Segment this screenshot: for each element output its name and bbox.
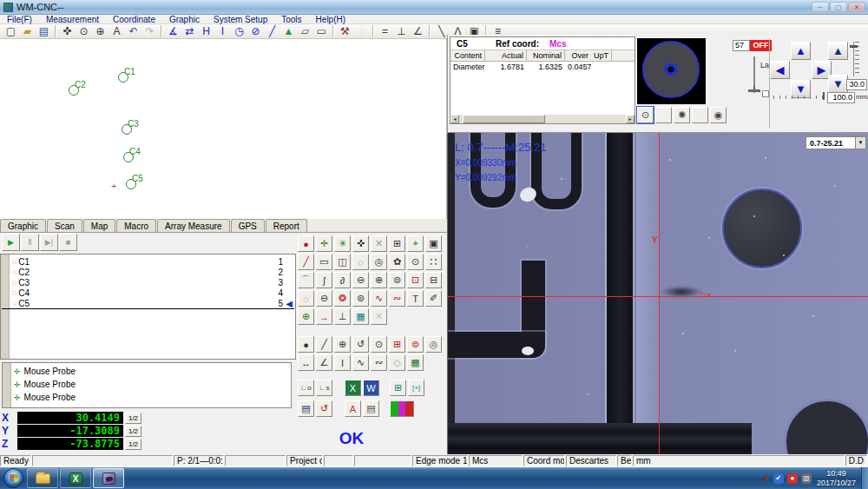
table-scrollbar[interactable]: ◂ ▸ [450,115,635,123]
blank-light-button[interactable] [655,107,672,123]
slot-icon[interactable]: ⊖ [316,290,332,307]
loop-icon[interactable]: ↺ [316,400,332,417]
jog-left-button[interactable]: ◀ [770,61,790,79]
calculator-green-icon[interactable]: ▦ [407,354,424,371]
save-icon[interactable]: ▤ [36,24,52,38]
menu-item[interactable]: System Setup [207,15,274,24]
line-tool-icon[interactable]: ╱ [298,254,314,270]
ellipse-eye-icon[interactable]: ⊙ [371,336,387,353]
menu-item[interactable]: Help(H) [309,15,352,24]
taskbar-clock[interactable]: 10:49 2017/10/27 [817,469,856,488]
tab[interactable]: Scan [47,219,82,232]
move-icon[interactable]: ✜ [59,24,76,38]
graphic-feature-point[interactable]: C5 [126,179,136,189]
jump-start-icon[interactable]: ∟s [316,380,332,396]
xy-speed-slider[interactable] [773,96,827,99]
rect-pins2-icon[interactable]: ⊞ [389,336,405,353]
xy-speed-slider-handle[interactable] [823,92,825,100]
table-row[interactable]: Diameter1.67811.63250.0457 [450,62,635,72]
column-header[interactable]: Over [565,50,591,61]
scroll-thumb[interactable] [463,115,545,123]
wave-icon[interactable]: ∿ [371,290,387,307]
list-item[interactable]: ◌ C4 4 [1,287,295,298]
trilobe-icon[interactable]: ✿ [389,254,405,270]
list-item[interactable]: ◌ C3 3 [1,277,295,287]
laser-checkbox[interactable] [762,90,769,97]
dot-grid-icon[interactable]: ∷ [425,254,442,270]
width-measure-icon[interactable]: H [198,24,214,38]
tab[interactable]: GPS [231,219,265,232]
separator[interactable] [429,25,431,37]
ring-icon[interactable]: ⊚ [352,290,369,307]
label-a-icon[interactable]: A [108,24,125,38]
calculator-icon[interactable]: ▦ [352,308,369,325]
star-probe-icon[interactable]: ✳ [334,235,351,252]
pick-probe-icon[interactable]: ✜ [352,235,369,252]
ellipse-width-icon[interactable]: ⊖ [352,272,369,288]
graphic-feature-point[interactable]: C4 [123,152,134,162]
list-item[interactable]: ◌ C5 5 [1,298,295,308]
column-header[interactable]: UpT [591,50,612,61]
height-t-icon[interactable]: T [407,290,424,307]
blob-icon[interactable]: ∾ [389,290,405,307]
show-desktop-button[interactable] [861,467,868,489]
column-header[interactable]: Content [450,50,485,61]
ellipse-pins-icon[interactable]: ⊜ [407,336,424,353]
taskbar-excel-button[interactable]: X [60,468,91,488]
tab[interactable]: Graphic [0,219,46,232]
column-header[interactable]: Actual [485,50,527,61]
list-item[interactable]: ◌ C1 1 [1,256,295,267]
blob2-icon[interactable]: ∾ [371,354,387,371]
close-button[interactable]: ✕ [848,2,865,12]
list-item[interactable]: ✛ Mouse Probe [3,378,291,391]
tab[interactable]: Report [266,219,307,232]
circle-plus-icon[interactable]: ⊕ [334,336,351,353]
window-box-icon[interactable]: ▭ [313,24,330,38]
jog-z-down-button[interactable]: ▼ [828,75,848,93]
spot-light-button[interactable]: ◉ [710,107,727,123]
rect-arrows-icon[interactable]: ⊟ [425,272,442,288]
start-button[interactable] [3,468,23,488]
z-speed-input[interactable]: 30.0 [846,79,867,90]
angle-tool-icon[interactable]: ∠ [316,354,332,371]
separator[interactable] [161,25,162,37]
pause-button[interactable]: Ⅱ [21,234,39,251]
chamfer-pencil-icon[interactable]: ✐ [425,290,442,307]
separator[interactable] [332,25,334,37]
graphic-canvas[interactable]: C1 C2 C3 C4 C5 [0,39,447,219]
image-probe-icon[interactable]: ▣ [425,235,442,252]
separator[interactable] [55,25,56,37]
text-export-icon[interactable]: ▤ [363,400,379,417]
run-button[interactable]: ▶ [2,234,20,251]
tools-hammer-icon[interactable]: ⚒ [337,24,353,38]
z-speed-slider-handle[interactable] [850,45,858,48]
wave2-icon[interactable]: ∿ [352,354,369,371]
ring2-icon[interactable]: ◎ [425,336,442,353]
excel-export-icon[interactable]: X [345,380,361,396]
menu-item[interactable]: Measurement [39,15,106,24]
scroll-left-icon[interactable]: ◂ [450,115,459,123]
point2-icon[interactable]: ● [298,336,314,353]
cross-probe-icon[interactable]: ✛ [316,235,332,252]
redo-icon[interactable]: ↷ [141,24,158,38]
xy-speed-input[interactable]: 100.0 [827,92,855,103]
update-icon[interactable]: ▨ [801,473,812,484]
menu-item[interactable]: Graphic [162,15,207,24]
menu-item[interactable]: File(F) [0,15,39,24]
line-measure-icon[interactable]: ╱ [264,24,280,38]
column-header[interactable]: Nominal [527,50,565,61]
jog-z-up-button[interactable]: ▲ [828,42,848,60]
translate-measure-icon[interactable]: ⇄ [181,24,198,38]
graphic-feature-point[interactable]: C2 [69,85,79,96]
plane-icon[interactable]: ◇ [389,354,405,371]
taskbar-explorer-button[interactable] [27,468,58,488]
step-button[interactable]: ▶| [40,234,58,251]
disabled-circle-icon[interactable]: ◌ [353,24,370,38]
word-export-icon[interactable]: W [363,380,379,396]
graphic-feature-point[interactable]: C1 [118,72,128,83]
antivirus-icon[interactable]: ● [787,473,798,484]
sheet-icon[interactable]: ▱ [297,24,313,38]
angle-measure-icon[interactable]: ∡ [165,24,181,38]
skew-cross-icon[interactable]: ✕ [371,235,387,252]
rgb-color-icon[interactable] [390,400,414,417]
